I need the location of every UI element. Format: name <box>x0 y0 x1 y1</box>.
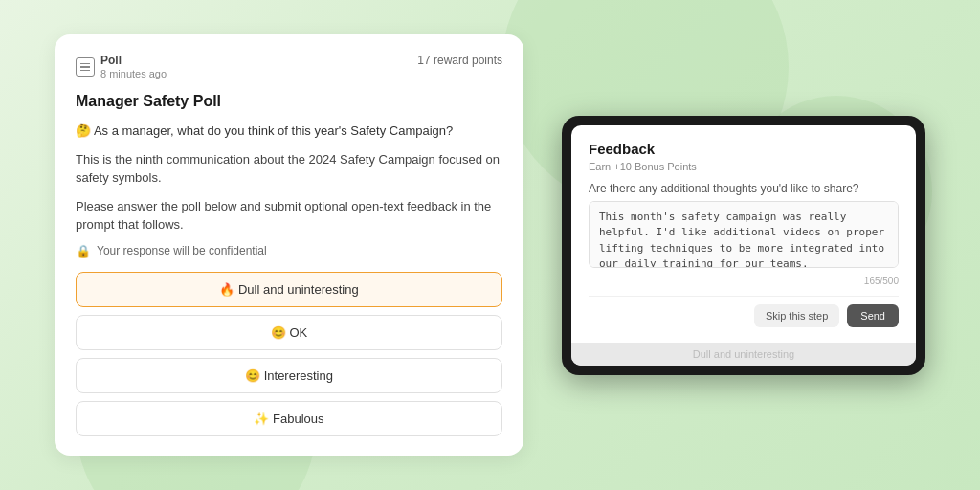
device-bottom-hint: Dull and uninteresting <box>571 343 916 366</box>
feedback-footer: Skip this step Send <box>589 296 899 327</box>
device-screen: Feedback Earn +10 Bonus Points Are there… <box>571 125 916 366</box>
device: Feedback Earn +10 Bonus Points Are there… <box>562 116 925 375</box>
poll-option-4[interactable]: ✨ Fabulous <box>76 401 502 436</box>
poll-option-2[interactable]: 😊 OK <box>76 315 502 350</box>
poll-type-info: Poll 8 minutes ago <box>76 54 167 79</box>
feedback-textarea[interactable] <box>589 201 899 268</box>
poll-option-2-label: OK <box>289 325 307 340</box>
poll-option-1-label: Dull and uninteresting <box>238 282 359 297</box>
poll-option-4-emoji: ✨ <box>254 412 269 426</box>
poll-card-header: Poll 8 minutes ago 17 reward points <box>76 54 502 79</box>
skip-button[interactable]: Skip this step <box>754 304 839 327</box>
poll-icon <box>76 57 95 77</box>
poll-type-label: Poll <box>100 54 167 67</box>
confidential-label: Your response will be confidential <box>97 244 267 257</box>
lock-icon: 🔒 <box>76 244 91 258</box>
poll-title: Manager Safety Poll <box>76 93 502 110</box>
poll-option-3-emoji: 😊 <box>245 368 260 383</box>
send-button[interactable]: Send <box>847 304 899 327</box>
poll-confidential: 🔒 Your response will be confidential <box>76 244 502 258</box>
poll-type-meta: Poll 8 minutes ago <box>100 54 167 79</box>
poll-option-3[interactable]: 😊 Intereresting <box>76 358 502 393</box>
poll-question: 🤔 As a manager, what do you think of thi… <box>76 122 502 141</box>
poll-reward: 17 reward points <box>417 54 502 67</box>
poll-options: 🔥 Dull and uninteresting 😊 OK 😊 Interere… <box>76 272 502 436</box>
poll-time: 8 minutes ago <box>100 68 167 79</box>
feedback-title: Feedback <box>589 141 899 157</box>
feedback-char-count: 165/500 <box>589 276 899 286</box>
poll-instruction: Please answer the poll below and submit … <box>76 197 502 234</box>
poll-option-2-emoji: 😊 <box>271 325 286 340</box>
poll-card: Poll 8 minutes ago 17 reward points Mana… <box>55 34 523 456</box>
poll-option-1-emoji: 🔥 <box>219 282 234 297</box>
feedback-question: Are there any additional thoughts you'd … <box>589 182 899 195</box>
feedback-bonus: Earn +10 Bonus Points <box>589 161 899 172</box>
feedback-panel: Feedback Earn +10 Bonus Points Are there… <box>571 125 916 343</box>
poll-option-4-label: Fabulous <box>273 412 323 426</box>
poll-option-3-label: Intereresting <box>264 368 333 383</box>
device-wrapper: Feedback Earn +10 Bonus Points Are there… <box>562 116 925 375</box>
poll-option-1[interactable]: 🔥 Dull and uninteresting <box>76 272 502 307</box>
poll-description: This is the ninth communication about th… <box>76 150 502 188</box>
